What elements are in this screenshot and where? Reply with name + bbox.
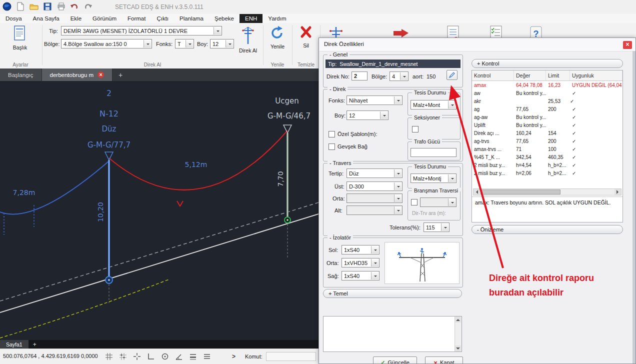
profile-dashed-line[interactable] (0, 202, 318, 301)
polar-angle-icon[interactable] (174, 352, 184, 362)
pole-1[interactable] (105, 152, 113, 303)
command-input[interactable] (266, 352, 316, 361)
snap-grid-icon[interactable] (118, 352, 128, 362)
onizleme-header[interactable]: - Önizleme (472, 225, 623, 234)
baslik-button[interactable]: Başlık (8, 25, 32, 50)
col-deger[interactable]: Değer (514, 70, 546, 80)
table-row[interactable]: 2 misli buz y...h=2,06h_b=2...✓ (472, 169, 622, 177)
guncelle-button[interactable]: ✓ Güncelle (373, 356, 417, 364)
cad-canvas[interactable]: 2 N-12 Düz G-M-G/77,7 Ucgen G-M-G/46,7 5… (0, 81, 318, 340)
notes-textarea[interactable] (323, 316, 462, 352)
save-icon[interactable] (42, 2, 52, 12)
open-folder-icon[interactable] (29, 2, 39, 12)
direk-al-button[interactable]: Direk Al (236, 25, 260, 54)
tab-baslangic[interactable]: Başlangıç (0, 68, 42, 81)
sol-select[interactable]: 1xS40 (342, 245, 380, 254)
table-row[interactable]: amax-trvs ...71100✓ (472, 145, 622, 153)
kontrol-report-button[interactable] (446, 70, 458, 80)
boy-select[interactable]: 12 (210, 39, 234, 48)
boy-select[interactable]: 12 (346, 110, 388, 120)
dialog-scrollbar[interactable] (632, 51, 636, 364)
col-kontrol[interactable]: Kontrol (472, 70, 514, 80)
scroll-up-button[interactable] (455, 316, 461, 322)
new-tab-button[interactable]: + (112, 68, 128, 81)
menu-ekle[interactable]: Ekle (65, 14, 87, 23)
ust-select[interactable]: D-300 (346, 182, 402, 191)
sheet-tab-sayfa1[interactable]: Sayfa1 (0, 340, 28, 348)
yenile-button[interactable]: Yenile (266, 25, 289, 50)
new-sheet-button[interactable]: + (28, 340, 41, 348)
bolge-select[interactable]: 4.Bölge Swallow ao:150 0 (61, 39, 152, 48)
fonks-select[interactable]: Nihayet (346, 96, 402, 105)
table-row[interactable]: 2 misli buz y...h=4,54h_b=2...✓ (472, 161, 622, 169)
direk-no-input[interactable]: 2 (352, 72, 368, 80)
scroll-left-button[interactable] (474, 189, 480, 195)
menu-format[interactable]: Format (122, 14, 151, 23)
table-row[interactable]: amax64,04 78,0816,23UYGUN DEĞİL (64,04 (472, 81, 622, 89)
table-row[interactable]: awBu kontrol y...✓ (472, 89, 622, 97)
menu-sebeke[interactable]: Şebeke (209, 14, 240, 23)
dialog-close-button[interactable]: × (623, 41, 632, 49)
direk-header[interactable]: - Direk (328, 86, 348, 92)
sil-button[interactable]: Sil (295, 25, 317, 48)
menu-ana-sayfa[interactable]: Ana Sayfa (28, 14, 65, 23)
lineweight-icon[interactable] (188, 352, 198, 362)
trafo-gucu-input[interactable] (410, 148, 456, 157)
layers-icon[interactable] (202, 352, 212, 362)
ground-line[interactable] (0, 214, 318, 312)
genel-header[interactable]: - Genel (328, 52, 350, 58)
osnap-circle-icon[interactable] (160, 352, 170, 362)
app-logo-icon[interactable] (2, 2, 12, 12)
menu-cikti[interactable]: Çıktı (151, 14, 174, 23)
menu-planlama[interactable]: Planlama (174, 14, 209, 23)
temel-header[interactable]: + Temel (323, 289, 462, 298)
seksiyoner-checkbox[interactable] (412, 126, 418, 132)
pole-2[interactable] (284, 125, 292, 259)
undo-icon[interactable] (70, 2, 80, 12)
scroll-down-button[interactable] (455, 346, 461, 352)
dialog-title-bar[interactable]: Direk Özellikleri (319, 38, 636, 52)
tertip-select[interactable]: Düz (346, 168, 402, 178)
crosshair-snap-icon[interactable] (132, 352, 142, 362)
table-row[interactable]: ag77,65200✓ (472, 105, 622, 113)
table-row[interactable]: ag-trvs77,65200✓ (472, 137, 622, 145)
kapat-button[interactable]: × Kapat (425, 356, 463, 364)
kontrol-h-scrollbar[interactable] (473, 188, 622, 196)
ozel-sablon-checkbox[interactable] (328, 131, 335, 138)
terrain-dashed-curve[interactable] (0, 279, 170, 338)
tab-derbentobrugu[interactable]: derbentobrugu m × (42, 68, 113, 81)
tab-close-icon[interactable]: × (98, 72, 104, 78)
table-row[interactable]: ag-awBu kontrol y...✓ (472, 113, 622, 121)
print-icon[interactable] (56, 2, 66, 12)
gevsek-bag-checkbox[interactable] (328, 144, 335, 150)
menu-enh[interactable]: ENH (240, 14, 262, 23)
bransman-checkbox[interactable] (411, 199, 418, 206)
tolerans-select[interactable]: 115 (424, 222, 450, 232)
menu-gorunum[interactable]: Görünüm (87, 14, 122, 23)
travers-header[interactable]: - Travers (328, 160, 353, 166)
scrollbar-thumb[interactable] (480, 190, 560, 194)
redo-icon[interactable] (83, 2, 93, 12)
sag-select[interactable]: 1xS40 (342, 271, 380, 280)
tesis-durumu-select[interactable]: Malz+Mont (410, 100, 456, 110)
textarea-scrollbar[interactable] (454, 316, 462, 352)
col-limit[interactable]: Limit (546, 70, 570, 80)
menu-yardim[interactable]: Yardım (262, 14, 292, 23)
scroll-right-button[interactable] (614, 189, 621, 195)
kontrol-header[interactable]: + Kontrol (472, 59, 623, 68)
orta-izolator-select[interactable]: 1xVHD35 (342, 258, 380, 268)
left-span-conductor[interactable] (0, 161, 109, 214)
table-row[interactable]: UpliftBu kontrol y...✓ (472, 121, 622, 129)
col-uygunluk[interactable]: Uygunluk (570, 70, 622, 80)
bolge-select[interactable]: 4 (390, 72, 408, 81)
grid-icon[interactable] (104, 352, 114, 362)
fonks-select[interactable]: T (175, 39, 194, 48)
table-row[interactable]: %45 T_K ...342,54460,35✓ (472, 153, 622, 161)
tip-select[interactable]: DEMİR 3AWG (MESNET) İZOLATÖRLÜ 1 DEVRE (61, 26, 222, 36)
new-document-icon[interactable] (16, 2, 26, 12)
menu-dosya[interactable]: Dosya (0, 14, 28, 23)
table-row[interactable]: akr25,53✓ (472, 97, 622, 105)
ortho-icon[interactable] (146, 352, 156, 362)
travers-tesis-select[interactable]: Malz+Montj (410, 174, 456, 183)
table-row[interactable]: Direk açı ...160,24154✓ (472, 129, 622, 137)
